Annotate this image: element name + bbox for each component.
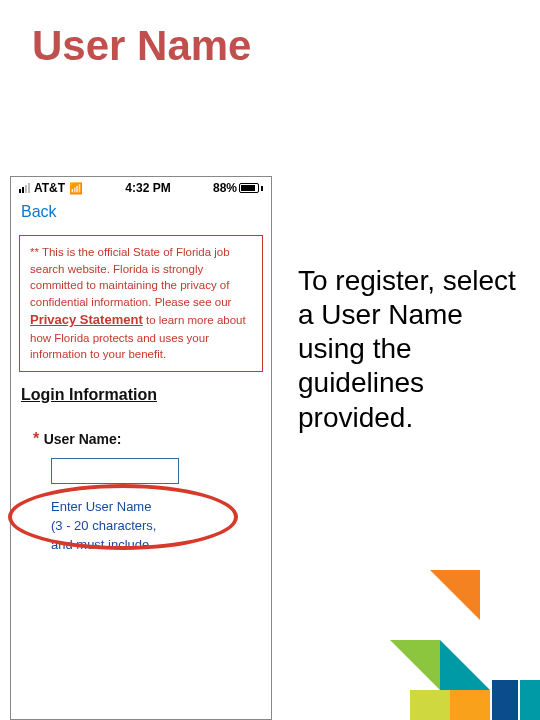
page-title: User Name	[32, 22, 251, 70]
status-left: AT&T 📶	[19, 181, 83, 195]
notice-text-1: ** This is the official State of Florida…	[30, 246, 231, 308]
clock: 4:32 PM	[125, 181, 170, 195]
section-login-information: Login Information	[21, 386, 261, 404]
svg-marker-6	[410, 690, 450, 720]
username-field-block: * User Name: Enter User Name (3 - 20 cha…	[33, 430, 261, 555]
svg-rect-4	[520, 680, 540, 720]
back-button[interactable]: Back	[21, 203, 57, 220]
instruction-text: To register, select a User Name using th…	[298, 264, 520, 435]
svg-marker-1	[390, 640, 440, 690]
privacy-statement-link[interactable]: Privacy Statement	[30, 312, 143, 327]
signal-icon	[19, 183, 30, 193]
required-asterisk: *	[33, 430, 39, 447]
svg-rect-3	[492, 680, 518, 720]
nav-bar: Back	[11, 197, 271, 229]
username-hint: Enter User Name (3 - 20 characters, and …	[51, 498, 161, 555]
status-bar: AT&T 📶 4:32 PM 88%	[11, 177, 271, 197]
svg-marker-0	[430, 570, 480, 620]
carrier-label: AT&T	[34, 181, 65, 195]
username-input[interactable]	[51, 458, 179, 484]
privacy-notice: ** This is the official State of Florida…	[19, 235, 263, 372]
battery-indicator: 88%	[213, 181, 263, 195]
battery-pct: 88%	[213, 181, 237, 195]
svg-marker-5	[450, 690, 490, 720]
svg-marker-2	[440, 640, 490, 690]
phone-screenshot: AT&T 📶 4:32 PM 88% Back ** This is the o…	[10, 176, 272, 720]
wifi-icon: 📶	[69, 182, 83, 195]
battery-icon	[239, 183, 259, 193]
decorative-corner-graphic	[360, 570, 540, 720]
username-label: User Name:	[44, 431, 122, 447]
